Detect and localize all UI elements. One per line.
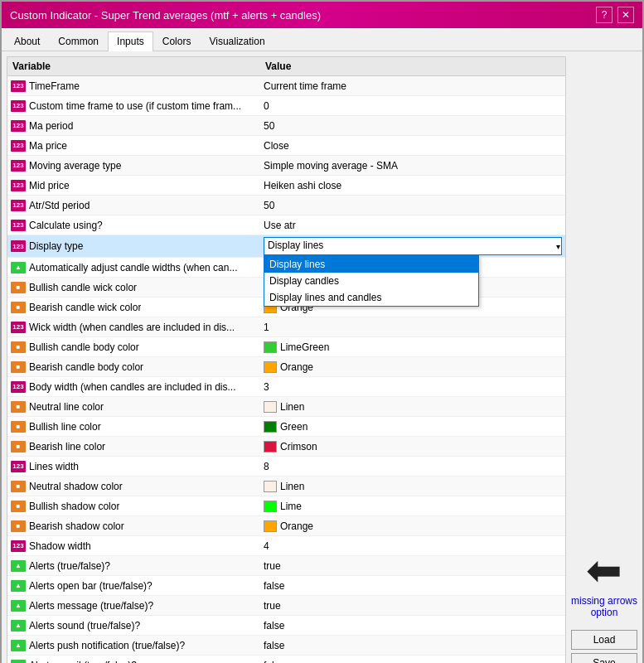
title-bar-buttons: ? ✕ [596, 7, 634, 23]
display-type-dropdown[interactable]: Display lines [264, 237, 562, 255]
variable-label: Calculate using? [29, 220, 103, 231]
table-row: ■Bullish candle body colorLimeGreen [7, 337, 565, 357]
table-body: 123TimeFrameCurrent time frame123Custom … [7, 76, 565, 663]
color-swatch[interactable] [264, 441, 277, 452]
variable-label: Bearish candle body color [29, 361, 143, 373]
table-row: 123Calculate using?Use atr [7, 215, 565, 235]
load-button[interactable]: Load [571, 630, 637, 650]
value-text: Close [264, 140, 289, 152]
tab-visualization[interactable]: Visualization [200, 31, 274, 51]
value-text: false [264, 660, 284, 664]
variable-label: Neutral line color [29, 401, 104, 413]
table-row: 123Body width (when candles are included… [7, 377, 565, 397]
col-value: Value [265, 60, 560, 72]
table-row: ▲Alerts message (true/false)?true [7, 596, 565, 616]
table-row: 123Moving average typeSimple moving aver… [7, 156, 565, 176]
tab-inputs[interactable]: Inputs [108, 31, 153, 51]
color-swatch[interactable] [264, 520, 277, 532]
icon-color: ■ [11, 341, 26, 353]
color-swatch[interactable] [264, 421, 277, 433]
side-panel: ⬅ missing arrows option Load Save [571, 56, 637, 663]
save-button[interactable]: Save [571, 653, 637, 663]
dropdown-cell[interactable]: Display lines▾Display linesDisplay candl… [264, 237, 562, 255]
variable-label: Bullish line color [29, 421, 101, 433]
table-row: ■Neutral shadow colorLinen [7, 477, 565, 496]
color-swatch[interactable] [264, 501, 277, 512]
variable-label: Lines width [29, 461, 79, 472]
variable-label: Bullish candle body color [29, 341, 139, 353]
color-swatch[interactable] [264, 361, 277, 373]
col-variable: Variable [12, 60, 265, 72]
variable-label: Display type [29, 240, 83, 252]
color-swatch[interactable] [264, 481, 277, 492]
variable-label: Wick width (when candles are included in… [29, 322, 235, 333]
table-row: ■Bullish shadow colorLime [7, 496, 565, 516]
icon-color: ■ [11, 520, 26, 532]
color-value-label: Linen [280, 401, 304, 413]
color-value-label: Orange [280, 520, 313, 532]
icon-123: 123 [11, 322, 26, 333]
dropdown-popup: Display linesDisplay candlesDisplay line… [264, 255, 479, 307]
icon-123: 123 [11, 240, 26, 252]
value-text: Use atr [264, 220, 296, 231]
content-area: Variable Value 123TimeFrameCurrent time … [2, 51, 642, 663]
icon-color: ■ [11, 361, 26, 373]
value-text: 4 [264, 540, 269, 552]
table-row: 123Custom time frame to use (if custom t… [7, 96, 565, 116]
inputs-table: Variable Value 123TimeFrameCurrent time … [7, 56, 566, 663]
variable-label: TimeFrame [29, 80, 80, 92]
table-row: ▲Alerts sound (true/false)?false [7, 616, 565, 636]
table-row: ▲Alerts (true/false)?true [7, 556, 565, 576]
color-value-label: LimeGreen [280, 341, 329, 353]
title-bar: Custom Indicator - Super Trend averages … [2, 2, 642, 28]
side-buttons: Load Save [571, 630, 637, 663]
icon-bool: ▲ [11, 560, 26, 572]
table-row: ▲Alerts push notification (true/false)?f… [7, 636, 565, 656]
table-row: ▲Alerts email (true/false)?false [7, 656, 565, 663]
table-header: Variable Value [7, 57, 565, 76]
table-row: 123Atr/Std period50 [7, 196, 565, 215]
variable-label: Alerts (true/false)? [29, 560, 110, 572]
tab-colors[interactable]: Colors [153, 31, 201, 51]
value-text: 3 [264, 381, 269, 393]
dropdown-option[interactable]: Display candles [264, 273, 478, 289]
variable-label: Bearish shadow color [29, 520, 124, 532]
icon-123: 123 [11, 80, 26, 92]
icon-color: ■ [11, 421, 26, 433]
value-text: true [264, 600, 281, 612]
variable-label: Bullish candle wick color [29, 282, 137, 293]
icon-color: ■ [11, 501, 26, 512]
color-swatch[interactable] [264, 341, 277, 353]
icon-123: 123 [11, 100, 26, 112]
variable-label: Alerts open bar (true/false)? [29, 580, 153, 592]
tab-about[interactable]: About [5, 31, 49, 51]
value-text: false [264, 640, 284, 651]
color-swatch[interactable] [264, 401, 277, 413]
table-row: 123Lines width8 [7, 457, 565, 477]
variable-label: Bearish candle wick color [29, 302, 141, 313]
icon-color: ■ [11, 481, 26, 492]
variable-label: Ma price [29, 140, 67, 152]
color-value-label: Crimson [280, 441, 317, 452]
icon-123: 123 [11, 160, 26, 172]
table-row: ■Bearish candle body colorOrange [7, 357, 565, 377]
color-value-label: Green [280, 421, 307, 433]
icon-color: ■ [11, 302, 26, 313]
close-button[interactable]: ✕ [617, 7, 634, 23]
dropdown-option[interactable]: Display lines [264, 256, 478, 273]
value-text: Heiken ashi close [264, 180, 341, 191]
icon-bool: ▲ [11, 660, 26, 664]
table-row: ▲Alerts open bar (true/false)?false [7, 576, 565, 596]
value-text: 1 [264, 322, 269, 333]
icon-color: ■ [11, 441, 26, 452]
window-title: Custom Indicator - Super Trend averages … [10, 9, 321, 22]
variable-label: Alerts email (true/false)? [29, 660, 137, 664]
variable-label: Mid price [29, 180, 70, 191]
icon-bool: ▲ [11, 580, 26, 592]
tab-common[interactable]: Common [49, 31, 108, 51]
help-button[interactable]: ? [596, 7, 613, 23]
icon-123: 123 [11, 381, 26, 393]
dropdown-option[interactable]: Display lines and candles [264, 289, 478, 306]
table-row: 123Ma priceClose [7, 136, 565, 156]
variable-label: Alerts sound (true/false)? [29, 620, 140, 632]
